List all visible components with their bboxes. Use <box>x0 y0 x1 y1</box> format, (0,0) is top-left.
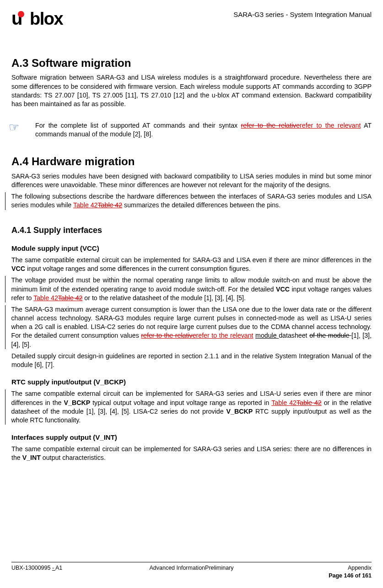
footer-center: Advanced InformationPreliminary <box>149 564 233 572</box>
pointing-hand-icon: ☞ <box>9 121 22 139</box>
footer-section: Appendix <box>329 564 372 572</box>
a4-p2-post: summarizes the detailed differences betw… <box>122 201 281 209</box>
vcc-table-link-del: Table 42 <box>58 294 83 302</box>
vcc-p1: The same compatible external circuit can… <box>11 256 372 273</box>
vbckp-p1: The same compatible external circuit can… <box>5 389 372 425</box>
vbckp-bold2: V_BCKP <box>227 408 253 415</box>
vbckp-table-link-del: Table 42 <box>297 399 322 406</box>
footer-right: Appendix Page 146 of 161 <box>329 564 372 580</box>
page-header: u blox SARA-G3 series - System Integrati… <box>11 9 372 28</box>
a4-paragraph-2: The following subsections describe the h… <box>5 192 372 210</box>
heading-a41: A.4.1 Supply interfaces <box>11 225 372 236</box>
vcc-p3-del2: of the module <box>309 332 351 339</box>
a4-paragraph-1: SARA-G3 series modules have been designe… <box>11 172 372 189</box>
logo-mark: u <box>11 9 31 28</box>
vcc-bold: VCC <box>11 265 25 272</box>
logo-wordmark: blox <box>30 10 63 27</box>
vcc-p3-del1: refer to the relative <box>141 332 196 339</box>
vcc-p3: The SARA-G3 maximum average current cons… <box>5 305 372 349</box>
heading-vint: Interfaces supply output (V_INT) <box>11 433 372 442</box>
page-footer: UBX-13000995 - A1 Advanced InformationPr… <box>11 562 372 580</box>
a3-paragraph-1: Software migration between SARA-G3 and L… <box>11 73 372 108</box>
heading-vcc: Module supply input (VCC) <box>11 244 372 253</box>
logo-dot-icon <box>18 11 24 17</box>
note-deleted-link: refer to the relative <box>241 122 300 129</box>
vcc-p3b: datasheet <box>279 332 309 339</box>
a4-table-link-del: Table 42 <box>98 201 123 209</box>
note-block: ☞ For the complete list of supported AT … <box>11 121 372 139</box>
a4-table-link-new[interactable]: Table 42 <box>73 201 98 209</box>
vint-bold: V_INT <box>22 454 41 461</box>
vcc-p2d: or to the relative datasheet of the modu… <box>82 294 245 302</box>
ublox-logo: u blox <box>11 9 63 28</box>
vbckp-bold: V_BCKP <box>64 399 91 406</box>
heading-a3: A.3 Software migration <box>11 56 372 70</box>
doc-id: UBX-13000995 <box>11 565 52 571</box>
note-pre: For the complete list of supported AT co… <box>35 122 241 129</box>
doc-id-ins: - <box>52 565 55 571</box>
vcc-p1c: input voltage ranges and some difference… <box>25 265 251 272</box>
vcc-p1a: The same compatible external circuit can… <box>11 256 372 264</box>
heading-a4: A.4 Hardware migration <box>11 154 372 169</box>
note-text: For the complete list of supported AT co… <box>35 121 372 139</box>
footer-left: UBX-13000995 - A1 <box>11 564 62 580</box>
note-inserted-link[interactable]: refer to the relevant <box>300 122 361 129</box>
page-number: Page 146 of 161 <box>329 572 372 580</box>
heading-vbckp: RTC supply input/output (V_BCKP) <box>11 378 372 387</box>
vcc-p3-ins2: module <box>255 332 279 339</box>
vcc-bold2: VCC <box>276 286 290 293</box>
vcc-p4: Detailed supply circuit design-in guidel… <box>11 352 372 369</box>
doc-rev: A1 <box>55 565 62 571</box>
vint-p1: The same compatible external circuit can… <box>11 445 372 462</box>
vbckp-table-link-new[interactable]: Table 42 <box>271 399 297 406</box>
vcc-p3-ins1[interactable]: refer to the relevant <box>196 332 254 339</box>
vcc-table-link-new[interactable]: Table 42 <box>33 294 58 302</box>
vcc-p2: The voltage provided must be within the … <box>5 276 372 302</box>
vint-p1c: output characteristics. <box>41 454 106 461</box>
document-title: SARA-G3 series - System Integration Manu… <box>233 10 372 19</box>
vbckp-p1c: typical output voltage and input voltage… <box>90 399 271 406</box>
